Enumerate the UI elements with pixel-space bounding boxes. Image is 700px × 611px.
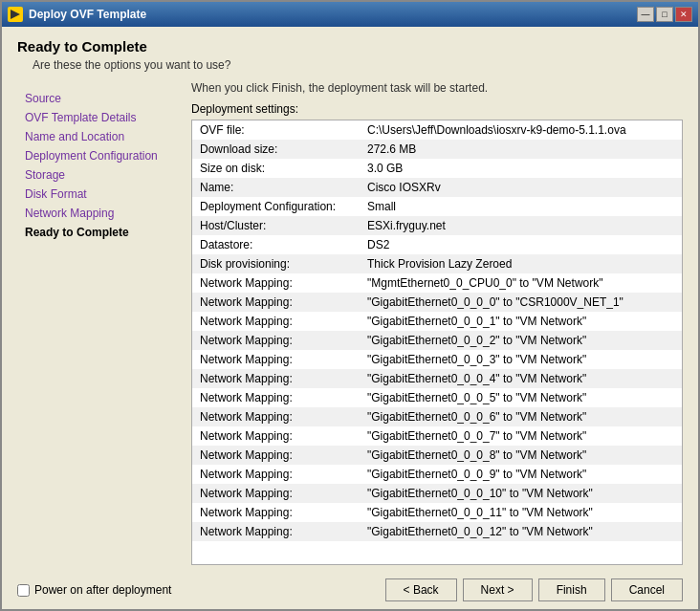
table-row: Network Mapping:"GigabitEthernet0_0_0_5"… [192,388,682,407]
sidebar-link-deployment-config[interactable]: Deployment Configuration [25,149,158,163]
setting-value: 272.6 MB [360,140,682,159]
title-bar: Deploy OVF Template — □ ✕ [2,2,698,27]
table-row: Name:Cisco IOSXRv [192,178,682,197]
maximize-button[interactable]: □ [656,7,673,22]
setting-key: Name: [192,178,360,197]
setting-value: "GigabitEthernet0_0_0_7" to "VM Network" [360,426,682,446]
setting-key: Network Mapping: [192,407,360,426]
setting-value: "GigabitEthernet0_0_0_1" to "VM Network" [360,312,682,331]
sidebar-link-name-location[interactable]: Name and Location [25,130,124,143]
table-row: Network Mapping:"GigabitEthernet0_0_0_12… [192,522,682,541]
sidebar-link-ovf[interactable]: OVF Template Details [25,111,137,124]
table-row: Datastore:DS2 [192,235,682,254]
setting-key: Host/Cluster: [192,216,360,235]
window-title: Deploy OVF Template [29,8,146,21]
setting-value: "GigabitEthernet0_0_0_4" to "VM Network" [360,369,682,388]
power-on-label: Power on after deployment [34,583,171,597]
table-row: Network Mapping:"GigabitEthernet0_0_0_6"… [192,407,682,426]
setting-key: Datastore: [192,235,360,254]
main-body: Source OVF Template Details Name and Loc… [17,81,683,565]
settings-table: OVF file:C:\Users\Jeff\Downloads\iosxrv-… [192,120,682,541]
footer: Power on after deployment < Back Next > … [2,575,698,609]
setting-key: Network Mapping: [192,484,360,503]
table-row: Network Mapping:"MgmtEthernet0_0_CPU0_0"… [192,273,682,293]
setting-value: "GigabitEthernet0_0_0_5" to "VM Network" [360,388,682,407]
setting-value: "GigabitEthernet0_0_0_0" to "CSR1000V_NE… [360,293,682,312]
header-section: Ready to Complete Are these the options … [17,38,683,72]
setting-value: Thick Provision Lazy Zeroed [360,254,682,273]
table-row: Network Mapping:"GigabitEthernet0_0_0_2"… [192,331,682,350]
power-on-checkbox[interactable] [17,584,30,597]
setting-value: "GigabitEthernet0_0_0_6" to "VM Network" [360,407,682,426]
table-row: Network Mapping:"GigabitEthernet0_0_0_1"… [192,312,682,331]
sidebar-item-storage[interactable]: Storage [17,165,180,185]
setting-value: "MgmtEthernet0_0_CPU0_0" to "VM Network" [360,273,682,293]
setting-key: Network Mapping: [192,465,360,484]
sidebar-item-source[interactable]: Source [17,89,180,108]
page-subtitle: Are these the options you want to use? [33,58,683,72]
svg-marker-0 [11,10,20,19]
sidebar-item-network-mapping[interactable]: Network Mapping [17,204,180,223]
intro-text: When you click Finish, the deployment ta… [191,81,683,95]
close-button[interactable]: ✕ [675,7,692,22]
main-window: Deploy OVF Template — □ ✕ Ready to Compl… [0,0,700,611]
setting-key: Network Mapping: [192,293,360,312]
table-row: Size on disk:3.0 GB [192,159,682,178]
sidebar-label-ready: Ready to Complete [25,226,129,239]
window-icon [8,7,23,22]
table-row: OVF file:C:\Users\Jeff\Downloads\iosxrv-… [192,120,682,140]
table-row: Network Mapping:"GigabitEthernet0_0_0_9"… [192,465,682,484]
setting-value: "GigabitEthernet0_0_0_2" to "VM Network" [360,331,682,350]
settings-table-wrapper: OVF file:C:\Users\Jeff\Downloads\iosxrv-… [191,120,683,565]
setting-key: Deployment Configuration: [192,197,360,216]
sidebar-item-name-and-location[interactable]: Name and Location [17,127,180,146]
table-row: Network Mapping:"GigabitEthernet0_0_0_0"… [192,293,682,312]
sidebar-item-disk-format[interactable]: Disk Format [17,185,180,204]
setting-value: "GigabitEthernet0_0_0_9" to "VM Network" [360,465,682,484]
right-panel: When you click Finish, the deployment ta… [180,81,683,565]
table-row: Network Mapping:"GigabitEthernet0_0_0_11… [192,503,682,522]
deployment-settings-label: Deployment settings: [191,102,683,116]
minimize-button[interactable]: — [637,7,654,22]
sidebar-item-ovf-template-details[interactable]: OVF Template Details [17,108,180,127]
checkbox-area: Power on after deployment [17,583,171,597]
setting-key: Download size: [192,140,360,159]
table-row: Disk provisioning:Thick Provision Lazy Z… [192,254,682,273]
setting-value: "GigabitEthernet0_0_0_11" to "VM Network… [360,503,682,522]
table-row: Network Mapping:"GigabitEthernet0_0_0_10… [192,484,682,503]
finish-button[interactable]: Finish [538,578,605,601]
sidebar-link-storage[interactable]: Storage [25,168,65,182]
table-row: Network Mapping:"GigabitEthernet0_0_0_7"… [192,426,682,446]
setting-key: OVF file: [192,120,360,140]
setting-key: Network Mapping: [192,331,360,350]
sidebar-link-network-mapping[interactable]: Network Mapping [25,207,114,220]
settings-scroll[interactable]: OVF file:C:\Users\Jeff\Downloads\iosxrv-… [192,120,682,564]
table-row: Network Mapping:"GigabitEthernet0_0_0_4"… [192,369,682,388]
setting-value: "GigabitEthernet0_0_0_12" to "VM Network… [360,522,682,541]
sidebar-item-ready-to-complete[interactable]: Ready to Complete [17,223,180,242]
back-button[interactable]: < Back [385,578,457,601]
setting-key: Network Mapping: [192,350,360,369]
table-row: Network Mapping:"GigabitEthernet0_0_0_3"… [192,350,682,369]
table-row: Network Mapping:"GigabitEthernet0_0_0_8"… [192,446,682,465]
setting-value: C:\Users\Jeff\Downloads\iosxrv-k9-demo-5… [360,120,682,140]
cancel-button[interactable]: Cancel [611,578,683,601]
setting-key: Network Mapping: [192,388,360,407]
setting-value: DS2 [360,235,682,254]
sidebar: Source OVF Template Details Name and Loc… [17,81,180,565]
sidebar-link-disk-format[interactable]: Disk Format [25,187,87,201]
setting-key: Size on disk: [192,159,360,178]
setting-value: 3.0 GB [360,159,682,178]
setting-value: ESXi.fryguy.net [360,216,682,235]
next-button[interactable]: Next > [463,578,533,601]
setting-value: "GigabitEthernet0_0_0_8" to "VM Network" [360,446,682,465]
sidebar-link-source[interactable]: Source [25,92,61,105]
table-row: Deployment Configuration:Small [192,197,682,216]
table-row: Host/Cluster:ESXi.fryguy.net [192,216,682,235]
setting-key: Network Mapping: [192,312,360,331]
setting-key: Disk provisioning: [192,254,360,273]
setting-value: Cisco IOSXRv [360,178,682,197]
sidebar-item-deployment-configuration[interactable]: Deployment Configuration [17,146,180,165]
content-area: Ready to Complete Are these the options … [2,27,698,575]
table-row: Download size:272.6 MB [192,140,682,159]
